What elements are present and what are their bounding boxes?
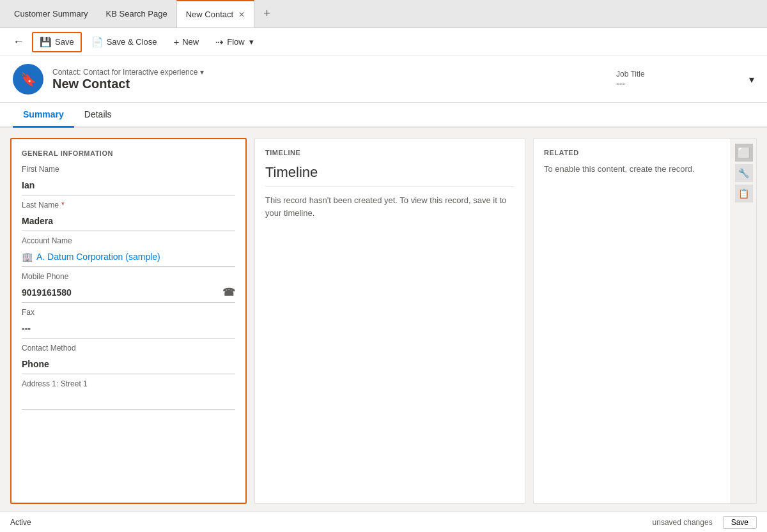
timeline-body: This record hasn't been created yet. To … <box>265 194 515 219</box>
first-name-label: First Name <box>22 165 235 174</box>
flow-icon: ⇢ <box>215 36 224 48</box>
flow-dropdown-icon: ▾ <box>249 37 254 47</box>
avatar: 🔖 <box>13 64 43 95</box>
related-panel-actions: ⬜ 🔧 📋 <box>731 139 756 503</box>
save-button[interactable]: 💾 Save <box>32 32 82 52</box>
tab-bar: Customer Summary KB Search Page New Cont… <box>0 0 767 28</box>
last-name-value[interactable]: Madera <box>22 211 235 231</box>
add-tab-button[interactable]: + <box>258 7 275 20</box>
tab-customer-summary[interactable]: Customer Summary <box>5 0 97 27</box>
timeline-panel: TIMELINE Timeline This record hasn't bee… <box>254 138 525 504</box>
status-bar: Active unsaved changes Save <box>0 512 767 532</box>
breadcrumb-text: Contact: Contact for Interactive experie… <box>52 68 198 77</box>
status-bar-save-button[interactable]: Save <box>723 516 757 529</box>
contact-method-field: Contact Method Phone <box>22 344 235 377</box>
flow-label: Flow <box>227 37 244 47</box>
timeline-title: Timeline <box>265 164 515 181</box>
mobile-phone-label: Mobile Phone <box>22 272 235 281</box>
mobile-phone-value[interactable]: 9019161580 ☎ <box>22 282 235 303</box>
related-section-title: RELATED <box>544 149 720 156</box>
tab-close-icon[interactable]: ✕ <box>238 10 245 19</box>
tab-details-label: Details <box>84 109 112 119</box>
fax-field: Fax --- <box>22 308 235 341</box>
related-panel-content: RELATED To enable this content, create t… <box>534 139 731 503</box>
fax-value[interactable]: --- <box>22 318 235 338</box>
save-close-button[interactable]: 📄 Save & Close <box>84 33 164 52</box>
first-name-field: First Name Ian <box>22 165 235 198</box>
phone-icon: ☎ <box>222 286 235 298</box>
save-close-label: Save & Close <box>107 37 157 47</box>
flow-button[interactable]: ⇢ Flow ▾ <box>208 33 260 52</box>
tab-summary[interactable]: Summary <box>13 103 74 128</box>
avatar-icon: 🔖 <box>20 72 36 87</box>
last-name-label: Last Name * <box>22 201 235 209</box>
tab-summary-label: Summary <box>23 109 64 119</box>
record-header-left: 🔖 Contact: Contact for Interactive exper… <box>13 64 204 95</box>
breadcrumb-chevron-icon: ▾ <box>200 68 204 77</box>
status-bar-right: unsaved changes Save <box>653 516 757 529</box>
address-street-label: Address 1: Street 1 <box>22 379 235 388</box>
back-button[interactable]: ← <box>8 32 29 52</box>
breadcrumb[interactable]: Contact: Contact for Interactive experie… <box>52 68 204 77</box>
last-name-field: Last Name * Madera <box>22 201 235 234</box>
record-header-right: Job Title --- ▾ <box>616 70 754 89</box>
view-tabs: Summary Details <box>0 103 767 128</box>
general-info-panel: GENERAL INFORMATION First Name Ian Last … <box>10 138 247 504</box>
save-label: Save <box>55 37 74 47</box>
address-street-value[interactable] <box>22 390 235 410</box>
expand-header-button[interactable]: ▾ <box>749 73 754 86</box>
related-panel: RELATED To enable this content, create t… <box>533 138 757 504</box>
account-name-field: Account Name 🏢 A. Datum Corporation (sam… <box>22 236 235 270</box>
account-icon: 🏢 <box>22 252 33 262</box>
job-title-value: --- <box>616 79 625 89</box>
record-title: New Contact <box>52 77 204 91</box>
new-button[interactable]: + New <box>166 33 206 51</box>
related-action-2-button[interactable]: 🔧 <box>735 164 753 182</box>
tab-kb-search[interactable]: KB Search Page <box>97 0 176 27</box>
general-info-title: GENERAL INFORMATION <box>22 149 235 157</box>
job-title-section: Job Title --- <box>616 70 744 89</box>
related-action-3-button[interactable]: 📋 <box>735 185 753 202</box>
timeline-section-title: TIMELINE <box>265 149 515 156</box>
timeline-divider <box>265 186 515 186</box>
new-icon: + <box>173 36 179 47</box>
main-content: GENERAL INFORMATION First Name Ian Last … <box>0 128 767 514</box>
tab-label: New Contact <box>186 10 233 19</box>
job-title-label: Job Title <box>616 70 645 79</box>
save-close-icon: 📄 <box>91 36 104 48</box>
tab-label: KB Search Page <box>106 9 167 19</box>
unsaved-changes-text: unsaved changes <box>653 518 713 527</box>
address-street-field: Address 1: Street 1 <box>22 379 235 413</box>
tab-new-contact[interactable]: New Contact ✕ <box>176 0 254 27</box>
tab-label: Customer Summary <box>14 9 88 19</box>
related-body-text: To enable this content, create the recor… <box>544 164 720 174</box>
tab-details[interactable]: Details <box>74 103 122 128</box>
mobile-phone-field: Mobile Phone 9019161580 ☎ <box>22 272 235 305</box>
account-name-value[interactable]: 🏢 A. Datum Corporation (sample) <box>22 247 235 267</box>
fax-label: Fax <box>22 308 235 317</box>
required-indicator: * <box>61 201 65 209</box>
account-name-label: Account Name <box>22 236 235 245</box>
record-title-block: Contact: Contact for Interactive experie… <box>52 68 204 91</box>
record-header: 🔖 Contact: Contact for Interactive exper… <box>0 56 767 103</box>
new-label: New <box>182 37 199 47</box>
contact-method-label: Contact Method <box>22 344 235 353</box>
save-icon: 💾 <box>40 36 52 48</box>
first-name-value[interactable]: Ian <box>22 175 235 195</box>
status-text: Active <box>10 518 31 527</box>
toolbar: ← 💾 Save 📄 Save & Close + New ⇢ Flow ▾ <box>0 28 767 56</box>
contact-method-value[interactable]: Phone <box>22 354 235 374</box>
related-action-1-button[interactable]: ⬜ <box>735 144 753 162</box>
